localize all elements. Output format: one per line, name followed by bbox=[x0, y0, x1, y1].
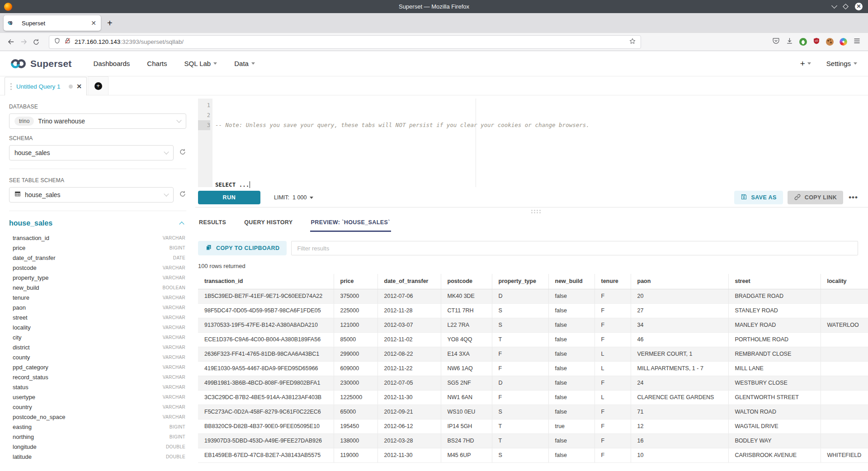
copy-to-clipboard-button[interactable]: COPY TO CLIPBOARD bbox=[198, 241, 287, 255]
table-cell: 2012-11-30 bbox=[377, 390, 441, 405]
schema-column[interactable]: transaction_idVARCHAR bbox=[13, 233, 186, 243]
table-row[interactable]: ECE1D376-C9A6-4C00-B004-A380B189FA568500… bbox=[198, 332, 868, 347]
column-header[interactable]: property_type bbox=[492, 274, 548, 289]
schema-column[interactable]: tenureVARCHAR bbox=[13, 292, 186, 302]
schema-select[interactable]: house_sales bbox=[9, 145, 174, 160]
forward-icon[interactable] bbox=[17, 38, 30, 46]
refresh-tables-icon[interactable] bbox=[179, 190, 186, 199]
column-type: BOOLEAN bbox=[163, 285, 186, 290]
query-tab-close-icon[interactable]: ✕ bbox=[76, 83, 82, 90]
schema-column[interactable]: date_of_transferDATE bbox=[13, 253, 186, 263]
nav-charts[interactable]: Charts bbox=[147, 60, 167, 67]
reload-icon[interactable] bbox=[30, 38, 42, 46]
table-row[interactable]: EB1459EB-67ED-47C8-B2E7-A38143AB55751190… bbox=[198, 448, 868, 462]
nav-dashboards[interactable]: Dashboards bbox=[93, 60, 130, 67]
schema-column[interactable]: northingBIGINT bbox=[13, 432, 186, 442]
window-minimize-icon[interactable] bbox=[831, 3, 837, 9]
table-row[interactable]: 2636F323-FF41-4765-81DB-98CAA6A43BC12990… bbox=[198, 347, 868, 361]
table-row[interactable]: 91370533-19F5-47FE-B142-A380A8ADA2101210… bbox=[198, 318, 868, 332]
column-header[interactable]: postcode bbox=[441, 274, 492, 289]
add-query-tab[interactable]: + bbox=[88, 76, 108, 95]
column-header[interactable]: new_build bbox=[548, 274, 594, 289]
schema-column[interactable]: postcode_no_spaceVARCHAR bbox=[13, 412, 186, 422]
schema-column[interactable]: streetVARCHAR bbox=[13, 312, 186, 322]
pocket-icon[interactable] bbox=[772, 37, 780, 47]
table-row[interactable]: 419E1030-9A55-4467-8DA9-9FED95D659666090… bbox=[198, 361, 868, 376]
schema-column[interactable]: longitudeDOUBLE bbox=[13, 442, 186, 452]
schema-column[interactable]: cityVARCHAR bbox=[13, 332, 186, 342]
tab-preview-house-sales[interactable]: PREVIEW: `HOUSE_SALES` bbox=[310, 216, 391, 232]
table-cell: 193907D3-5DBD-453D-A49E-9FEE27DAB926 bbox=[198, 433, 334, 448]
table-row[interactable]: 193907D3-5DBD-453D-A49E-9FEE27DAB9261380… bbox=[198, 433, 868, 448]
window-maximize-icon[interactable] bbox=[843, 4, 849, 9]
filter-results-input[interactable] bbox=[291, 241, 858, 255]
privacy-badger-icon[interactable] bbox=[799, 38, 807, 46]
schema-column[interactable]: ppd_categoryVARCHAR bbox=[13, 362, 186, 372]
schema-column[interactable]: new_buildBOOLEAN bbox=[13, 283, 186, 292]
insecure-lock-icon[interactable] bbox=[64, 38, 71, 46]
schema-column[interactable]: localityVARCHAR bbox=[13, 322, 186, 332]
bookmark-star-icon[interactable] bbox=[629, 38, 636, 47]
settings-menu[interactable]: Settings bbox=[826, 60, 857, 67]
table-row[interactable]: F5C273AC-0D2A-458F-8279-9C61F0C22EC66500… bbox=[198, 405, 868, 419]
ublock-icon[interactable]: uO bbox=[813, 37, 820, 47]
nav-sql-lab[interactable]: SQL Lab bbox=[184, 60, 217, 67]
browser-tab[interactable]: Superset ✕ bbox=[4, 15, 101, 31]
schema-column[interactable]: countyVARCHAR bbox=[13, 352, 186, 362]
chevron-up-icon[interactable] bbox=[179, 221, 184, 226]
url-field[interactable]: 217.160.120.143:32393/superset/sqllab/ bbox=[49, 35, 641, 49]
window-close-icon[interactable]: ✕ bbox=[855, 3, 863, 10]
schema-column[interactable]: countryVARCHAR bbox=[13, 402, 186, 412]
schema-column[interactable]: latitudeDOUBLE bbox=[13, 452, 186, 462]
table-cell: 65000 bbox=[334, 405, 377, 419]
column-header[interactable]: street bbox=[728, 274, 821, 289]
query-tab-bar: Untitled Query 1 ✕ + bbox=[0, 76, 868, 95]
schema-column[interactable]: property_typeVARCHAR bbox=[13, 273, 186, 283]
table-cell: 85000 bbox=[334, 332, 377, 347]
schema-column[interactable]: districtVARCHAR bbox=[13, 342, 186, 352]
column-header[interactable]: paon bbox=[631, 274, 728, 289]
column-header[interactable]: locality bbox=[821, 274, 868, 289]
tab-query-history[interactable]: QUERY HISTORY bbox=[243, 216, 293, 232]
schema-column[interactable]: priceBIGINT bbox=[13, 243, 186, 253]
table-row[interactable]: 98F5DC47-0D05-4D59-95B7-98CA6F1FDE052250… bbox=[198, 303, 868, 318]
nav-data[interactable]: Data bbox=[234, 60, 255, 67]
table-schema-select[interactable]: house_sales bbox=[9, 187, 174, 203]
add-new-button[interactable]: + bbox=[800, 59, 811, 69]
sql-editor[interactable]: 1 2 3 -- Note: Unless you save your quer… bbox=[198, 99, 868, 187]
schema-column[interactable]: eastingBIGINT bbox=[13, 422, 186, 432]
table-cell: WESTBURY CLOSE bbox=[728, 376, 821, 390]
table-row[interactable]: BB8320C9-D82B-4B37-90E0-9FEE05095E101954… bbox=[198, 419, 868, 433]
table-row[interactable]: 3C3C29DC-B7B2-4BE5-914A-A38123AF403B1225… bbox=[198, 390, 868, 405]
back-icon[interactable] bbox=[5, 38, 17, 46]
schema-column[interactable]: record_statusVARCHAR bbox=[13, 372, 186, 382]
table-row[interactable]: 1B5C39ED-BE7F-41EF-9E71-9C60EED74A223750… bbox=[198, 289, 868, 303]
column-header[interactable]: tenure bbox=[594, 274, 631, 289]
column-header[interactable]: date_of_transfer bbox=[377, 274, 441, 289]
schema-column[interactable]: paonVARCHAR bbox=[13, 302, 186, 312]
cookie-icon[interactable] bbox=[826, 38, 834, 46]
menu-hamburger-icon[interactable] bbox=[853, 37, 861, 47]
results-table-container[interactable]: transaction_idpricedate_of_transferpostc… bbox=[198, 274, 868, 471]
schema-column[interactable]: postcodeVARCHAR bbox=[13, 263, 186, 273]
drag-handle-icon[interactable] bbox=[10, 86, 12, 87]
schema-column[interactable]: statusVARCHAR bbox=[13, 382, 186, 392]
query-tab[interactable]: Untitled Query 1 ✕ bbox=[5, 77, 87, 95]
tab-results[interactable]: RESULTS bbox=[198, 216, 227, 232]
table-row[interactable]: 499B1981-3B6B-4BCD-808F-9FED9802BFA12300… bbox=[198, 376, 868, 390]
database-select[interactable]: trino Trino warehouse bbox=[9, 113, 186, 129]
table-cell: 609000 bbox=[334, 361, 377, 376]
refresh-schema-icon[interactable] bbox=[179, 148, 186, 157]
column-type: DOUBLE bbox=[166, 444, 186, 449]
shield-icon[interactable] bbox=[54, 38, 61, 46]
results-controls: COPY TO CLIPBOARD bbox=[198, 241, 858, 255]
schema-column[interactable]: usertypeVARCHAR bbox=[13, 392, 186, 402]
new-tab-icon[interactable]: + bbox=[107, 18, 113, 28]
download-icon[interactable] bbox=[786, 37, 793, 47]
extension-asterisk-icon[interactable] bbox=[840, 38, 847, 46]
column-header[interactable]: transaction_id bbox=[198, 274, 334, 289]
tab-close-icon[interactable]: ✕ bbox=[91, 19, 96, 27]
table-title[interactable]: house_sales bbox=[9, 219, 52, 227]
superset-logo[interactable]: Superset bbox=[11, 58, 71, 69]
column-header[interactable]: price bbox=[334, 274, 377, 289]
